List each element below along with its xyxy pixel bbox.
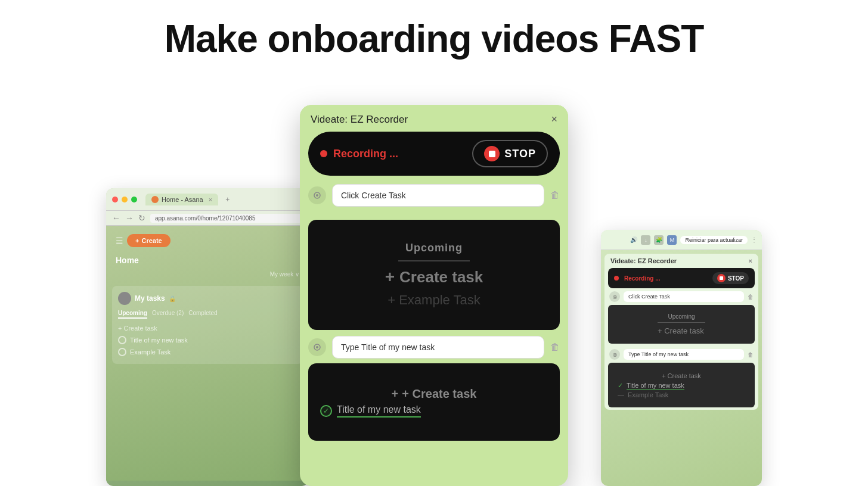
blurred-bottom-text: + Example Task <box>388 292 480 308</box>
ext-icon-1[interactable]: ↓ <box>641 235 650 245</box>
mini-step-1: ◎ Click Create Task 🗑 <box>604 288 758 305</box>
screenshot-2: + + Create task ✓ Title of my new task <box>308 363 560 441</box>
step-row-1: Click Create Task 🗑 <box>308 184 560 207</box>
recording-dot <box>320 150 327 157</box>
mini-step-icon-2: ◎ <box>609 349 620 360</box>
my-week-dropdown[interactable]: My week ∨ <box>270 271 299 278</box>
mini-trash-1[interactable]: 🗑 <box>748 294 754 300</box>
task-checkbox[interactable] <box>118 348 126 356</box>
step-1-input[interactable]: Click Create Task <box>332 184 544 207</box>
step-icon-2 <box>308 338 326 356</box>
browser-tab[interactable]: Home - Asana × <box>145 194 218 205</box>
upcoming-tab[interactable]: Upcoming <box>118 309 147 319</box>
mini-stop-label: STOP <box>728 275 744 282</box>
address-bar: ← → ↻ app.asana.com/0/home/12071040085 <box>106 211 309 226</box>
stop-icon <box>484 146 500 161</box>
create-task-label: Create task <box>399 268 483 286</box>
main-header: Videate: EZ Recorder × <box>300 105 568 132</box>
stop-button[interactable]: STOP <box>472 140 548 167</box>
main-close-button[interactable]: × <box>551 113 557 126</box>
mini-recorder-title: Videate: EZ Recorder <box>610 257 677 264</box>
mini-close-icon[interactable]: × <box>749 257 752 264</box>
my-tasks-label: My tasks <box>135 294 165 303</box>
ext-icon-puzzle[interactable]: 🧩 <box>654 235 664 245</box>
tab-label: Home - Asana <box>162 196 203 203</box>
step-2-input[interactable]: Type Title of my new task <box>332 336 544 359</box>
screenshot-1: Upcoming + Create task + Example Task <box>308 220 560 330</box>
mini-recording-label: Recording ... <box>624 275 661 282</box>
right-recorder-card: 🔊 ↓ 🧩 M Reiniciar para actualizar ⋮ Vide… <box>601 230 762 486</box>
mini-create-task-dark: + Create task <box>658 326 705 335</box>
recording-bar: Recording ... STOP <box>308 132 560 176</box>
mini-stop-button[interactable]: STOP <box>712 272 749 284</box>
home-label: Home <box>112 250 303 269</box>
task-title-2: Example Task <box>130 348 170 356</box>
my-tasks-section: My tasks 🔒 Upcoming Overdue (2) Complete… <box>112 286 303 364</box>
url-text[interactable]: app.asana.com/0/home/12071040085 <box>150 214 303 223</box>
minimize-dot[interactable] <box>122 197 128 202</box>
create-task-row[interactable]: + Create task <box>118 322 297 334</box>
right-browser-bar: 🔊 ↓ 🧩 M Reiniciar para actualizar ⋮ <box>601 230 762 250</box>
close-dot[interactable] <box>112 197 118 202</box>
mini-ez-recorder: Videate: EZ Recorder × Recording ... STO… <box>604 254 758 410</box>
plus-icon-small: + <box>392 387 399 401</box>
mini-step-input-1: Click Create Task <box>624 291 744 302</box>
main-title: Videate: EZ Recorder <box>311 114 408 126</box>
mini-upcoming-text: Upcoming <box>658 313 705 320</box>
task-title-display: Title of my new task <box>337 404 421 418</box>
avatar <box>118 292 131 305</box>
task-check-icon: ✓ <box>320 405 332 417</box>
create-task-big: + Create task <box>385 267 483 286</box>
stop-square-inner <box>489 151 495 157</box>
mini-screenshot-1: Upcoming + Create task <box>608 305 755 344</box>
mini-recording-bar: Recording ... STOP <box>608 268 755 288</box>
checkmark: ✓ <box>323 407 329 415</box>
tab-close-icon[interactable]: × <box>209 196 212 203</box>
mini-task-title: Title of my new task <box>627 382 684 390</box>
mini-screenshot-2: + Create task ✓ Title of my new task — E… <box>608 363 755 407</box>
ext-icon-m[interactable]: M <box>667 235 677 245</box>
list-item: Title of my new task <box>118 334 297 346</box>
extension-icons: 🔊 ↓ 🧩 M Reiniciar para actualizar ⋮ <box>630 235 757 245</box>
mini-rec-dot <box>614 276 619 281</box>
step-icon-1 <box>308 186 326 204</box>
create-task-small: + + Create task <box>392 387 477 401</box>
task-title-1: Title of my new task <box>130 337 188 344</box>
recording-label: Recording ... <box>333 148 398 160</box>
mini-trash-2[interactable]: 🗑 <box>748 351 754 358</box>
task-title-row: ✓ Title of my new task <box>314 404 554 418</box>
mini-create-label: + Create task <box>613 372 750 379</box>
mini-stop-icon <box>717 274 726 282</box>
cards-area: Home - Asana × + ← → ↻ app.asana.com/0/h… <box>106 105 762 486</box>
svg-point-1 <box>316 194 318 197</box>
upcoming-underline <box>398 260 470 261</box>
left-browser-card: Home - Asana × + ← → ↻ app.asana.com/0/h… <box>106 188 309 486</box>
overdue-tab[interactable]: Overdue (2) <box>152 309 184 319</box>
asana-favicon <box>151 196 159 203</box>
main-recorder-card: Videate: EZ Recorder × Recording ... STO… <box>300 105 568 486</box>
step-2-area: Type Title of my new task 🗑 <box>300 330 568 359</box>
create-task-small-label: + Create task <box>402 387 476 401</box>
task-checkbox[interactable] <box>118 336 126 344</box>
mini-step-input-2: Type Title of my new task <box>624 349 744 360</box>
mini-step-2: ◎ Type Title of my new task 🗑 <box>604 346 758 363</box>
list-item: Example Task <box>118 346 297 358</box>
step-1-area: Click Create Task 🗑 <box>300 176 568 220</box>
step-row-2: Type Title of my new task 🗑 <box>308 336 560 359</box>
stop-label: STOP <box>504 148 536 160</box>
hamburger-icon[interactable]: ☰ <box>116 236 123 245</box>
completed-tab[interactable]: Completed <box>188 309 217 319</box>
asana-content: ☰ + Create Home My week ∨ My tasks 🔒 Upc… <box>106 226 309 481</box>
page-headline: Make onboarding videos FAST <box>0 0 868 60</box>
browser-toolbar: Home - Asana × + <box>106 188 309 211</box>
upcoming-label: Upcoming <box>405 242 463 254</box>
plus-icon: + <box>385 267 395 286</box>
create-button[interactable]: + Create <box>127 234 170 247</box>
reiniciar-button[interactable]: Reiniciar para actualizar <box>680 236 748 244</box>
step-1-trash[interactable]: 🗑 <box>550 190 560 201</box>
stop-square <box>720 276 723 280</box>
step-2-trash[interactable]: 🗑 <box>550 342 560 353</box>
mini-example-task: Example Task <box>628 391 668 398</box>
mini-step-icon-1: ◎ <box>609 291 620 302</box>
maximize-dot[interactable] <box>131 197 137 202</box>
